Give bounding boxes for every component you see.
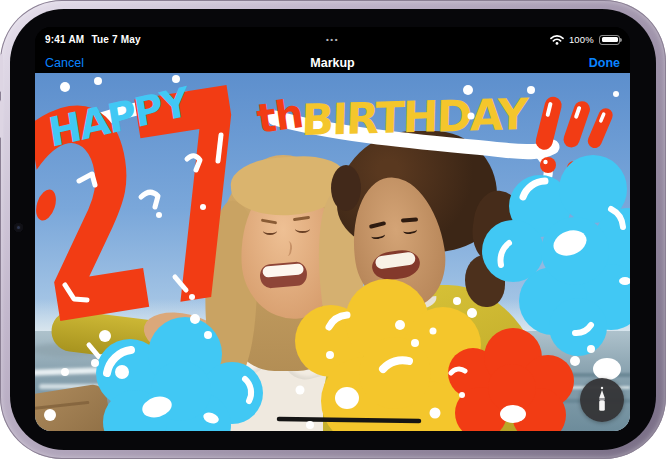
doodle-ordinal-th: th [254,90,306,142]
volume-up-button[interactable] [0,54,3,92]
wifi-icon [550,35,564,45]
pencil-icon [594,386,610,414]
multitask-indicator[interactable]: ••• [326,27,339,52]
camera-lens [17,226,20,229]
ipad-device-frame: 9:41 AM Tue 7 May ••• 100% [0,0,666,459]
markup-canvas[interactable]: 27 HAPPY [35,73,630,431]
cancel-button[interactable]: Cancel [45,56,84,70]
battery-tip [620,38,622,42]
battery-icon [599,35,620,45]
battery-percent: 100% [569,34,594,45]
status-date: Tue 7 May [91,34,140,45]
status-left: 9:41 AM Tue 7 May [45,34,141,45]
front-camera-icon [14,223,23,232]
ipad-screen: 9:41 AM Tue 7 May ••• 100% [35,27,630,431]
doodle-layer: 27 HAPPY [35,73,630,431]
doodle-word-birthday: BIRTHDAY [301,89,530,145]
status-time: 9:41 AM [45,34,84,45]
battery-fill [602,37,618,42]
screenshot-stage: 9:41 AM Tue 7 May ••• 100% [0,0,666,459]
svg-text:th: th [254,90,306,142]
toolbar-title: Markup [310,56,354,70]
status-bar: 9:41 AM Tue 7 May ••• 100% [35,27,630,52]
black-marker-line [279,419,419,421]
status-right: 100% [550,34,620,45]
markup-tool-button[interactable] [580,378,624,422]
svg-text:BIRTHDAY: BIRTHDAY [301,89,530,145]
doodle-flower-blue-right [482,155,630,356]
done-button[interactable]: Done [589,56,620,70]
volume-down-button[interactable] [0,100,3,138]
markup-toolbar: Cancel Markup Done [35,52,630,73]
